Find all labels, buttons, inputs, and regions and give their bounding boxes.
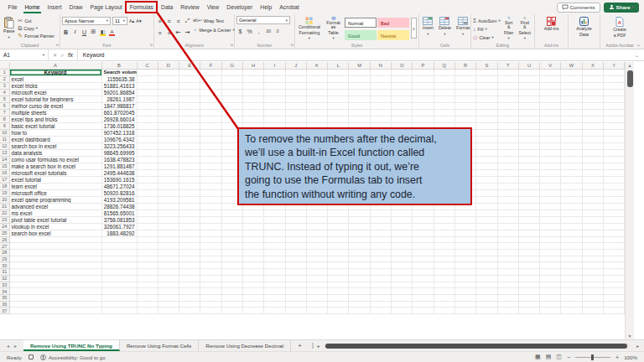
cell-H33[interactable] [242, 282, 263, 288]
shrink-font-button[interactable]: A▾ [136, 17, 141, 24]
cell-B18[interactable]: 48671.27024 [101, 183, 137, 189]
row-header-37[interactable]: 37 [0, 308, 9, 314]
cell-K6[interactable] [306, 102, 327, 109]
cell-S31[interactable] [476, 269, 497, 276]
cell-I27[interactable] [264, 243, 285, 250]
cell-G8[interactable] [221, 116, 242, 122]
cell-M23[interactable] [349, 216, 370, 223]
cell-G33[interactable] [221, 282, 242, 288]
cell-O1[interactable] [392, 69, 413, 75]
cell-F36[interactable] [200, 301, 221, 308]
cell-E21[interactable] [179, 203, 200, 209]
cell-E22[interactable] [179, 209, 200, 216]
cell-E3[interactable] [179, 82, 200, 89]
cell-X5[interactable] [582, 96, 603, 102]
cell-G22[interactable] [221, 209, 242, 216]
cell-X11[interactable] [582, 136, 603, 142]
cell-W15[interactable] [561, 163, 582, 169]
cell-L3[interactable] [328, 82, 349, 89]
cell-S8[interactable] [476, 116, 497, 122]
cell-G6[interactable] [221, 102, 242, 109]
cell-B26[interactable] [101, 236, 137, 243]
row-header-27[interactable]: 27 [0, 243, 9, 250]
cell-X36[interactable] [582, 301, 603, 308]
cell-F14[interactable] [200, 156, 221, 163]
cell-D5[interactable] [158, 96, 179, 102]
cell-T20[interactable] [497, 196, 518, 203]
cell-X37[interactable] [582, 308, 603, 314]
cell-K2[interactable] [306, 75, 327, 82]
cell-W32[interactable] [561, 275, 582, 282]
cell-E24[interactable] [179, 223, 200, 230]
cell-T16[interactable] [497, 169, 518, 176]
cell-Y35[interactable] [604, 294, 625, 301]
cell-A4[interactable]: microsoft excel [9, 89, 101, 96]
cell-N25[interactable] [370, 230, 391, 236]
cell-J7[interactable] [285, 109, 306, 116]
font-color-button[interactable]: A [108, 28, 116, 36]
insert-function-icon[interactable]: fx [68, 52, 73, 58]
row-header-36[interactable]: 36 [0, 301, 9, 308]
cell-F25[interactable] [200, 230, 221, 236]
cell-H35[interactable] [242, 294, 263, 301]
cell-U31[interactable] [518, 269, 539, 276]
cell-V5[interactable] [540, 96, 561, 102]
insert-cells-button[interactable]: Insert ▾ [421, 16, 435, 42]
cell-X4[interactable] [582, 89, 603, 96]
cell-L6[interactable] [328, 102, 349, 109]
cell-F1[interactable] [200, 69, 221, 75]
horizontal-scroll-thumb[interactable] [325, 344, 627, 349]
cell-C11[interactable] [137, 136, 158, 142]
column-header-l[interactable]: L [328, 62, 349, 69]
align-top-icon[interactable]: ≡ [156, 18, 164, 24]
cell-R6[interactable] [454, 102, 475, 109]
cell-F28[interactable] [200, 249, 221, 256]
cell-A7[interactable]: multiple sheets [9, 109, 101, 116]
cell-Y37[interactable] [604, 308, 625, 314]
cell-T30[interactable] [497, 262, 518, 269]
cell-F17[interactable] [200, 176, 221, 183]
cell-A18[interactable]: learn excel [9, 183, 101, 189]
cell-I2[interactable] [264, 75, 285, 82]
row-header-30[interactable]: 30 [0, 262, 9, 269]
cell-A24[interactable]: vlookup in excel [9, 223, 101, 230]
cell-U19[interactable] [518, 189, 539, 196]
cell-P4[interactable] [413, 89, 434, 96]
cell-S6[interactable] [476, 102, 497, 109]
cell-C14[interactable] [137, 156, 158, 163]
cell-H8[interactable] [242, 116, 263, 122]
cell-E17[interactable] [179, 176, 200, 183]
cell-X21[interactable] [582, 203, 603, 209]
cell-Q3[interactable] [434, 82, 454, 89]
cell-V13[interactable] [540, 149, 561, 156]
cell-E25[interactable] [179, 230, 200, 236]
cell-D35[interactable] [158, 294, 179, 301]
cell-Q8[interactable] [434, 116, 454, 122]
cell-A2[interactable]: excel [9, 75, 101, 82]
cell-C22[interactable] [137, 209, 158, 216]
cell-A5[interactable]: excel tutorial for beginners [9, 96, 101, 102]
cell-W37[interactable] [561, 308, 582, 314]
cell-C28[interactable] [137, 249, 158, 256]
cell-S15[interactable] [476, 163, 497, 169]
cell-Y13[interactable] [604, 149, 625, 156]
cell-Q26[interactable] [434, 236, 454, 243]
underline-button[interactable]: U [80, 29, 88, 35]
sheet-nav-left-icon[interactable]: ◂ [7, 343, 9, 349]
cell-P8[interactable] [413, 116, 434, 122]
cell-A15[interactable]: make a search box in excel [9, 163, 101, 169]
cell-S26[interactable] [476, 236, 497, 243]
cell-Q32[interactable] [434, 275, 454, 282]
cell-E7[interactable] [179, 109, 200, 116]
cell-T27[interactable] [497, 243, 518, 250]
cell-B24[interactable]: 326061.7927 [101, 223, 137, 230]
cell-Y22[interactable] [604, 209, 625, 216]
cell-X32[interactable] [582, 275, 603, 282]
cell-X2[interactable] [582, 75, 603, 82]
cell-Y3[interactable] [604, 82, 625, 89]
cell-M27[interactable] [349, 243, 370, 250]
cell-I7[interactable] [264, 109, 285, 116]
cell-C5[interactable] [137, 96, 158, 102]
cell-L2[interactable] [328, 75, 349, 82]
cell-V25[interactable] [540, 230, 561, 236]
